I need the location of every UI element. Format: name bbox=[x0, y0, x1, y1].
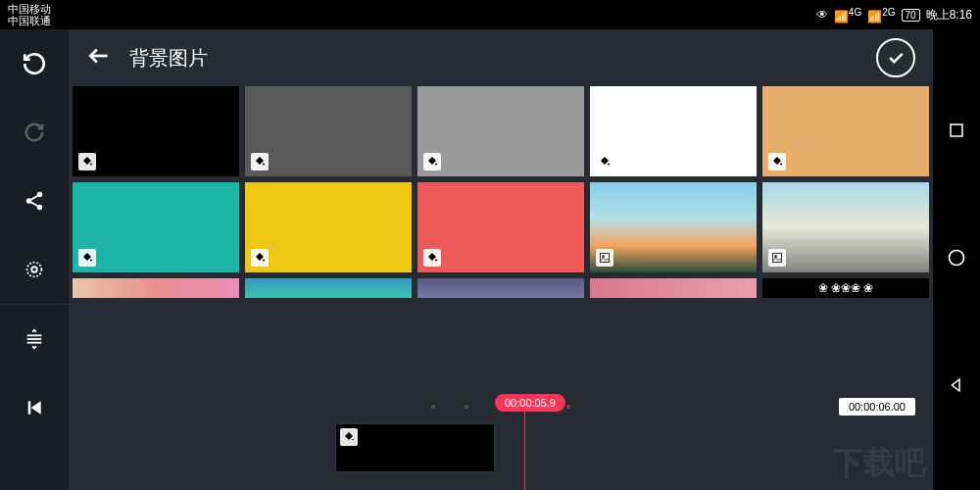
svg-point-26 bbox=[950, 250, 964, 265]
fill-icon bbox=[423, 153, 441, 171]
undo-button[interactable] bbox=[0, 29, 69, 98]
nav-back-button[interactable] bbox=[948, 376, 965, 398]
svg-line-4 bbox=[31, 202, 37, 206]
back-button[interactable] bbox=[86, 43, 112, 73]
svg-point-13 bbox=[90, 164, 92, 166]
share-button[interactable] bbox=[0, 167, 69, 235]
svg-point-22 bbox=[603, 256, 605, 258]
ruler-tick bbox=[465, 405, 468, 409]
bg-tile-2[interactable] bbox=[417, 86, 584, 176]
bg-tile-11[interactable] bbox=[245, 278, 412, 298]
fill-icon bbox=[340, 428, 358, 446]
svg-point-24 bbox=[775, 256, 777, 258]
carrier-2: 中国联通 bbox=[8, 15, 51, 26]
fill-icon bbox=[596, 153, 613, 171]
status-bar: 中国移动 中国联通 👁 📶4G 📶2G 70 晚上8:16 bbox=[0, 0, 980, 29]
fill-icon bbox=[251, 153, 269, 171]
image-icon bbox=[596, 249, 613, 267]
playhead-line bbox=[524, 407, 525, 490]
timeline-track[interactable] bbox=[69, 421, 933, 490]
carrier-1: 中国移动 bbox=[8, 3, 51, 15]
fill-icon bbox=[423, 249, 441, 267]
svg-point-18 bbox=[90, 260, 92, 262]
svg-point-14 bbox=[263, 164, 265, 166]
ruler-tick bbox=[566, 405, 570, 409]
svg-rect-25 bbox=[951, 124, 962, 136]
settings-button[interactable] bbox=[0, 235, 69, 304]
bg-tile-5[interactable] bbox=[73, 182, 239, 272]
redo-button[interactable] bbox=[0, 98, 69, 167]
left-sidebar bbox=[0, 29, 69, 490]
svg-rect-23 bbox=[773, 254, 782, 263]
svg-marker-11 bbox=[31, 401, 41, 414]
signal-4g: 📶4G bbox=[834, 7, 861, 24]
svg-line-3 bbox=[31, 196, 37, 200]
svg-point-5 bbox=[31, 267, 37, 272]
ruler-tick bbox=[431, 405, 435, 409]
svg-point-17 bbox=[780, 164, 782, 166]
eye-icon: 👁 bbox=[816, 8, 828, 22]
android-nav-bar bbox=[933, 29, 980, 490]
fill-icon bbox=[251, 249, 269, 267]
bg-tile-9[interactable] bbox=[762, 182, 929, 272]
bg-tile-0[interactable] bbox=[73, 86, 239, 176]
header: 背景图片 bbox=[69, 29, 933, 86]
bg-tile-12[interactable] bbox=[417, 278, 584, 298]
bg-tile-13[interactable] bbox=[590, 278, 757, 298]
skip-to-start-button[interactable] bbox=[0, 373, 69, 442]
svg-point-19 bbox=[263, 260, 265, 262]
battery-level: 70 bbox=[902, 9, 920, 22]
confirm-button[interactable] bbox=[876, 38, 915, 77]
playhead[interactable]: 00:00:05.9 bbox=[495, 394, 565, 412]
nav-recent-button[interactable] bbox=[948, 122, 965, 143]
svg-marker-27 bbox=[953, 379, 960, 391]
timeline-expand-button[interactable] bbox=[0, 305, 69, 373]
clock: 晚上8:16 bbox=[926, 7, 972, 24]
svg-point-20 bbox=[435, 260, 437, 262]
bg-tile-14[interactable]: ❀ ❀❀❀ ❀ bbox=[762, 278, 929, 298]
fill-icon bbox=[78, 249, 96, 267]
bg-tile-7[interactable] bbox=[417, 182, 584, 272]
svg-point-0 bbox=[37, 192, 43, 198]
page-title: 背景图片 bbox=[129, 45, 876, 72]
signal-2g: 📶2G bbox=[867, 7, 895, 24]
bg-tile-6[interactable] bbox=[245, 182, 412, 272]
bg-tile-1[interactable] bbox=[245, 86, 412, 176]
fill-icon bbox=[768, 153, 786, 171]
bg-tile-4[interactable] bbox=[762, 86, 929, 176]
svg-point-6 bbox=[27, 263, 42, 277]
svg-point-15 bbox=[435, 164, 437, 166]
bg-tile-3[interactable] bbox=[590, 86, 757, 176]
timeline-clip[interactable] bbox=[335, 423, 495, 472]
total-duration: 00:00:06.00 bbox=[839, 398, 915, 416]
svg-point-1 bbox=[26, 198, 32, 204]
svg-rect-21 bbox=[601, 254, 610, 263]
nav-home-button[interactable] bbox=[947, 248, 966, 271]
fill-icon bbox=[78, 153, 96, 171]
timeline-ruler[interactable]: 4 00:00:05.9 00:00:06.00 bbox=[69, 392, 933, 421]
background-grid: ❀ ❀❀❀ ❀ bbox=[73, 86, 929, 298]
svg-point-2 bbox=[37, 205, 43, 211]
image-icon bbox=[768, 249, 786, 267]
playhead-time: 00:00:05.9 bbox=[495, 394, 565, 412]
bg-tile-8[interactable] bbox=[590, 182, 757, 272]
bg-tile-10[interactable] bbox=[73, 278, 239, 298]
svg-point-16 bbox=[608, 164, 610, 166]
